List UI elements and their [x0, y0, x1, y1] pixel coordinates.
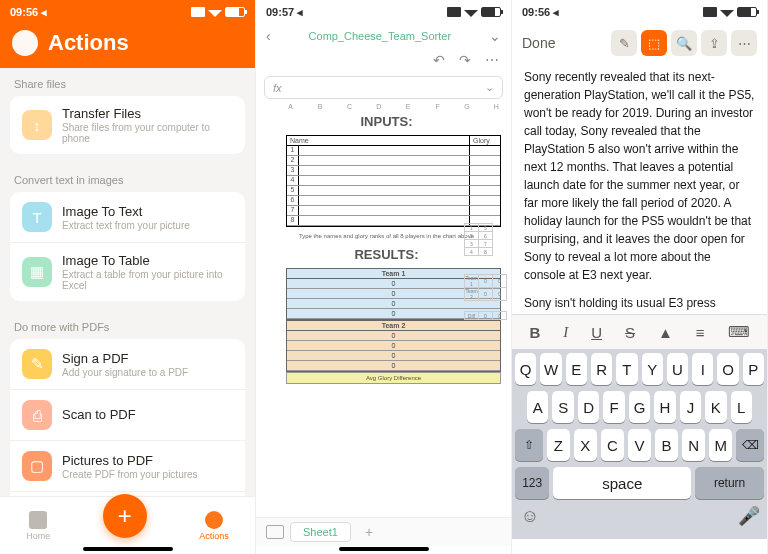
key-a[interactable]: A	[527, 391, 548, 423]
mic-key[interactable]: 🎤	[734, 505, 764, 527]
search-icon[interactable]: 🔍	[671, 30, 697, 56]
item-icon: ⎙	[22, 400, 52, 430]
redo-icon[interactable]: ↷	[459, 52, 471, 68]
key-p[interactable]: P	[743, 353, 764, 385]
paragraph[interactable]: Sony isn't holding its usual E3 press co…	[524, 294, 755, 314]
key-t[interactable]: T	[616, 353, 637, 385]
toolbar: ↶ ↷ ⋯	[256, 48, 511, 72]
paragraph[interactable]: Sony recently revealed that its next-gen…	[524, 68, 755, 284]
keyboard-hide-icon[interactable]: ⌨	[728, 323, 750, 341]
menu-icon[interactable]: ⋯	[485, 52, 499, 68]
status-bar: 09:56 ◂	[512, 0, 767, 24]
sheet-tabs: Sheet1 +	[256, 517, 511, 546]
key-x[interactable]: X	[574, 429, 597, 461]
key-s[interactable]: S	[552, 391, 573, 423]
key-h[interactable]: H	[654, 391, 675, 423]
sheet-grid[interactable]: ABCDEFGH INPUTS: NameGlory 12345678 Type…	[256, 103, 511, 483]
battery-icon	[481, 7, 501, 17]
sheets-icon[interactable]	[266, 525, 284, 539]
table-row[interactable]: 2	[287, 156, 500, 166]
filename[interactable]: Comp_Cheese_Team_Sorter	[271, 30, 489, 42]
add-button[interactable]: +	[103, 494, 147, 538]
return-key[interactable]: return	[695, 467, 764, 499]
item-sub: Extract text from your picture	[62, 220, 190, 231]
nav-home[interactable]: Home	[26, 511, 50, 541]
action-item[interactable]: ▦Image To TableExtract a table from your…	[10, 242, 245, 301]
undo-icon[interactable]: ↶	[433, 52, 445, 68]
key-o[interactable]: O	[717, 353, 738, 385]
key-e[interactable]: E	[566, 353, 587, 385]
key-u[interactable]: U	[667, 353, 688, 385]
avatar[interactable]	[12, 30, 38, 56]
share-icon[interactable]: ⇪	[701, 30, 727, 56]
text-body[interactable]: Sony recently revealed that its next-gen…	[512, 62, 767, 314]
spreadsheet-pane: 09:57 ◂ ‹ Comp_Cheese_Team_Sorter ⌄ ↶ ↷ …	[256, 0, 512, 554]
section-header: Convert text in images	[0, 164, 255, 192]
table-row[interactable]: 4	[287, 176, 500, 186]
key-f[interactable]: F	[603, 391, 624, 423]
shift-key[interactable]: ⇧	[515, 429, 543, 461]
numbers-key[interactable]: 123	[515, 467, 549, 499]
key-n[interactable]: N	[682, 429, 705, 461]
nav-actions[interactable]: Actions	[199, 511, 229, 541]
action-item[interactable]: ▢Pictures to PDFCreate PDF from your pic…	[10, 440, 245, 491]
key-q[interactable]: Q	[515, 353, 536, 385]
key-y[interactable]: Y	[642, 353, 663, 385]
format-menu-icon[interactable]: ≡	[696, 324, 705, 341]
space-key[interactable]: space	[553, 467, 691, 499]
key-z[interactable]: Z	[547, 429, 570, 461]
delete-key[interactable]: ⌫	[736, 429, 764, 461]
key-g[interactable]: G	[629, 391, 650, 423]
key-b[interactable]: B	[655, 429, 678, 461]
keyboard: QWERTYUIOP ASDFGHJKL ⇧ZXCVBNM⌫ 123 space…	[512, 349, 767, 539]
key-r[interactable]: R	[591, 353, 612, 385]
wifi-icon	[464, 7, 478, 17]
item-icon: ↕	[22, 110, 52, 140]
action-item[interactable]: ↕Transfer FilesShare files from your com…	[10, 96, 245, 154]
italic-button[interactable]: I	[563, 324, 568, 341]
sheet-tab[interactable]: Sheet1	[290, 522, 351, 542]
key-c[interactable]: C	[601, 429, 624, 461]
key-m[interactable]: M	[709, 429, 732, 461]
key-i[interactable]: I	[692, 353, 713, 385]
table-row[interactable]: 3	[287, 166, 500, 176]
formula-bar[interactable]: fx ⌄	[264, 76, 503, 99]
wifi-icon	[720, 7, 734, 17]
status-bar: 09:56 ◂	[0, 0, 255, 24]
highlight-icon[interactable]: ▲	[658, 324, 673, 341]
more-icon[interactable]: ⋯	[731, 30, 757, 56]
select-icon[interactable]: ⬚	[641, 30, 667, 56]
side-summary: 15263748 Team 100Team 200 Diff00	[464, 223, 507, 320]
key-l[interactable]: L	[731, 391, 752, 423]
key-v[interactable]: V	[628, 429, 651, 461]
emoji-key[interactable]: ☺	[515, 505, 545, 527]
table-row[interactable]: 6	[287, 196, 500, 206]
signal-icon	[703, 7, 717, 17]
action-item[interactable]: ✎Sign a PDFAdd your signature to a PDF	[10, 339, 245, 389]
table-row[interactable]: 5	[287, 186, 500, 196]
key-d[interactable]: D	[578, 391, 599, 423]
bold-button[interactable]: B	[529, 324, 540, 341]
action-item[interactable]: ⎙Scan to PDF	[10, 389, 245, 440]
item-title: Pictures to PDF	[62, 453, 198, 468]
strike-button[interactable]: S	[625, 324, 635, 341]
chevron-down-icon[interactable]: ⌄	[485, 81, 494, 94]
header: Actions	[0, 24, 255, 68]
item-icon: T	[22, 202, 52, 232]
battery-icon	[737, 7, 757, 17]
done-button[interactable]: Done	[522, 35, 555, 51]
add-sheet-button[interactable]: +	[357, 522, 381, 542]
action-item[interactable]: TImage To TextExtract text from your pic…	[10, 192, 245, 242]
table-row[interactable]: 1	[287, 146, 500, 156]
wifi-icon	[208, 7, 222, 17]
edit-icon[interactable]: ✎	[611, 30, 637, 56]
signal-icon	[191, 7, 205, 17]
key-w[interactable]: W	[540, 353, 561, 385]
chevron-down-icon[interactable]: ⌄	[489, 28, 501, 44]
underline-button[interactable]: U	[591, 324, 602, 341]
item-sub: Create PDF from your pictures	[62, 469, 198, 480]
inputs-table[interactable]: NameGlory 12345678	[286, 135, 501, 227]
table-row[interactable]: 7	[287, 206, 500, 216]
key-j[interactable]: J	[680, 391, 701, 423]
key-k[interactable]: K	[705, 391, 726, 423]
